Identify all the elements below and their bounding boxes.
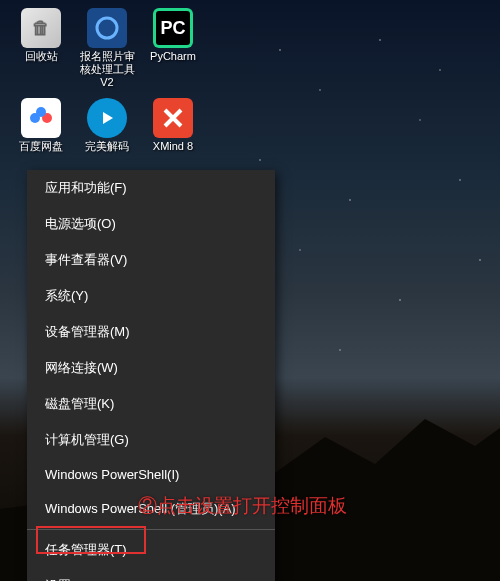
xmind-icon[interactable]: XMind 8 [142,98,204,153]
svg-point-0 [97,18,117,38]
pycharm-icon[interactable]: PC PyCharm [142,8,204,90]
trash-icon: 🗑 [21,8,61,48]
app-icon: PC [153,8,193,48]
menu-event-viewer[interactable]: 事件查看器(V) [27,242,275,278]
icon-label: XMind 8 [153,140,193,153]
winx-context-menu: 应用和功能(F) 电源选项(O) 事件查看器(V) 系统(Y) 设备管理器(M)… [27,170,275,581]
icon-label: 百度网盘 [19,140,63,153]
icon-label: PyCharm [150,50,196,63]
baidu-disk-icon[interactable]: 百度网盘 [10,98,72,153]
menu-system[interactable]: 系统(Y) [27,278,275,314]
desktop-icons-grid: 🗑 回收站 报名照片审核处理工具V2 PC PyCharm 百度网盘 完美解码 … [10,8,204,153]
menu-settings[interactable]: 设置(N) [27,568,275,581]
icon-label: 报名照片审核处理工具V2 [76,50,138,90]
app-icon [153,98,193,138]
photo-review-tool-icon[interactable]: 报名照片审核处理工具V2 [76,8,138,90]
menu-apps-features[interactable]: 应用和功能(F) [27,170,275,206]
app-icon [87,8,127,48]
pycharm-text: PC [160,18,185,39]
icon-label: 回收站 [25,50,58,63]
svg-point-3 [36,107,46,117]
recycle-bin-icon[interactable]: 🗑 回收站 [10,8,72,90]
app-icon [87,98,127,138]
menu-device-manager[interactable]: 设备管理器(M) [27,314,275,350]
menu-powershell[interactable]: Windows PowerShell(I) [27,458,275,491]
menu-network-connections[interactable]: 网络连接(W) [27,350,275,386]
menu-power-options[interactable]: 电源选项(O) [27,206,275,242]
menu-computer-management[interactable]: 计算机管理(G) [27,422,275,458]
menu-separator [27,529,275,530]
perfect-decode-icon[interactable]: 完美解码 [76,98,138,153]
menu-disk-management[interactable]: 磁盘管理(K) [27,386,275,422]
svg-marker-4 [103,112,113,124]
icon-label: 完美解码 [85,140,129,153]
tutorial-annotation-text: ②点击设置打开控制面板 [138,493,347,519]
menu-task-manager[interactable]: 任务管理器(T) [27,532,275,568]
app-icon [21,98,61,138]
